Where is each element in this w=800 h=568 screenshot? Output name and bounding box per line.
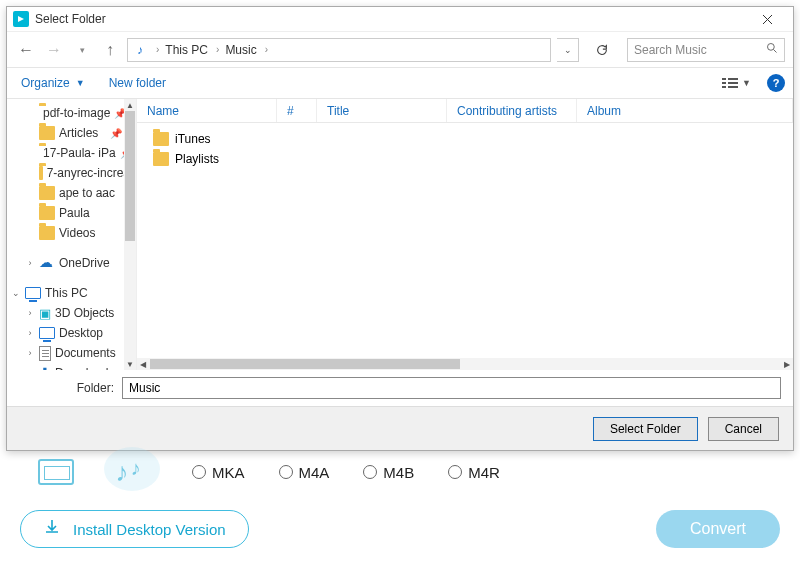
audio-tab-icon[interactable]: ♪♪ <box>92 457 164 488</box>
folder-row: Folder: <box>7 370 793 406</box>
document-icon <box>39 346 51 361</box>
app-icon <box>13 11 29 27</box>
nav-row: ← → ▾ ↑ ♪ › This PC › Music › ⌄ Search M… <box>7 31 793 67</box>
svg-rect-5 <box>722 86 726 88</box>
file-pane: Name # Title Contributing artists Album … <box>137 99 793 370</box>
select-folder-button[interactable]: Select Folder <box>593 417 698 441</box>
tree-item[interactable]: 7-anyrec-increas <box>7 163 136 183</box>
tree-item-downloads[interactable]: ›⬇Downloads <box>7 363 136 370</box>
scrollbar-thumb[interactable] <box>150 359 460 369</box>
svg-rect-6 <box>728 86 738 88</box>
svg-rect-3 <box>722 82 726 84</box>
chevron-right-icon: › <box>150 44 163 55</box>
bottom-bar: Install Desktop Version Convert <box>20 508 780 550</box>
tree-item[interactable]: ape to aac <box>7 183 136 203</box>
file-list: iTunesPlaylists <box>137 123 793 175</box>
titlebar: Select Folder <box>7 7 793 31</box>
view-options-button[interactable]: ▼ <box>716 73 757 93</box>
collapse-icon[interactable]: ⌄ <box>11 288 21 298</box>
3d-icon: ▣ <box>39 306 51 321</box>
format-option-m4b[interactable]: M4B <box>363 464 414 481</box>
video-tab-icon[interactable] <box>20 459 92 485</box>
col-name[interactable]: Name <box>137 99 277 122</box>
col-title[interactable]: Title <box>317 99 447 122</box>
expand-icon[interactable]: › <box>25 258 35 268</box>
chevron-down-icon: ▼ <box>742 78 751 88</box>
tree-item[interactable]: pdf-to-image📌 <box>7 103 136 123</box>
format-option-mka[interactable]: MKA <box>192 464 245 481</box>
button-row: Select Folder Cancel <box>7 406 793 450</box>
svg-rect-2 <box>728 78 738 80</box>
tree-item[interactable]: Videos <box>7 223 136 243</box>
scroll-left-icon[interactable]: ◀ <box>137 360 149 369</box>
svg-point-0 <box>768 44 775 51</box>
expand-icon[interactable]: › <box>25 308 35 318</box>
expand-icon[interactable]: › <box>25 348 35 358</box>
folder-icon <box>153 132 169 146</box>
close-icon[interactable] <box>747 7 787 31</box>
search-icon <box>766 42 778 57</box>
up-button[interactable]: ↑ <box>99 39 121 61</box>
horizontal-scrollbar[interactable]: ◀ ▶ <box>137 358 793 370</box>
chevron-right-icon: › <box>259 44 272 55</box>
tree-item-documents[interactable]: ›Documents <box>7 343 136 363</box>
help-button[interactable]: ? <box>767 74 785 92</box>
tree-item[interactable]: Paula <box>7 203 136 223</box>
convert-button[interactable]: Convert <box>656 510 780 548</box>
toolbar: Organize ▼ New folder ▼ ? <box>7 67 793 99</box>
address-dropdown[interactable]: ⌄ <box>557 38 579 62</box>
col-artist[interactable]: Contributing artists <box>447 99 577 122</box>
breadcrumb-thispc[interactable]: This PC <box>165 43 208 57</box>
chevron-down-icon: ▼ <box>76 78 85 88</box>
forward-button[interactable]: → <box>43 39 65 61</box>
breadcrumb-music[interactable]: Music <box>225 43 256 57</box>
install-label: Install Desktop Version <box>73 521 226 538</box>
download-icon <box>43 518 61 541</box>
folder-icon <box>39 186 55 200</box>
tree-onedrive[interactable]: ›☁OneDrive <box>7 253 136 273</box>
format-option-m4r[interactable]: M4R <box>448 464 500 481</box>
dialog-body: pdf-to-image📌Articles📌17-Paula- iPa📌7-an… <box>7 99 793 370</box>
organize-button[interactable]: Organize ▼ <box>15 72 91 94</box>
back-button[interactable]: ← <box>15 39 37 61</box>
scroll-down-icon[interactable]: ▼ <box>124 358 136 370</box>
tree-item[interactable]: Articles📌 <box>7 123 136 143</box>
desktop-icon <box>39 327 55 339</box>
music-icon: ♪ <box>132 42 148 58</box>
refresh-button[interactable] <box>589 38 615 62</box>
scrollbar-thumb[interactable] <box>125 111 135 241</box>
tree-item[interactable]: 17-Paula- iPa📌 <box>7 143 136 163</box>
search-placeholder: Search Music <box>634 43 707 57</box>
address-bar[interactable]: ♪ › This PC › Music › <box>127 38 551 62</box>
folder-input[interactable] <box>122 377 781 399</box>
tree-scrollbar[interactable]: ▲ ▼ <box>124 99 136 370</box>
col-album[interactable]: Album <box>577 99 793 122</box>
new-folder-button[interactable]: New folder <box>101 72 174 94</box>
download-icon: ⬇ <box>39 365 51 370</box>
file-row[interactable]: Playlists <box>137 149 793 169</box>
format-option-m4a[interactable]: M4A <box>279 464 330 481</box>
scroll-up-icon[interactable]: ▲ <box>124 99 136 111</box>
radio-icon <box>448 465 462 479</box>
cloud-icon: ☁ <box>39 255 55 271</box>
folder-icon <box>39 166 43 180</box>
tree-item-3d-objects[interactable]: ›▣3D Objects <box>7 303 136 323</box>
file-row[interactable]: iTunes <box>137 129 793 149</box>
expand-icon[interactable]: › <box>25 368 35 370</box>
tree-item-desktop[interactable]: ›Desktop <box>7 323 136 343</box>
radio-icon <box>363 465 377 479</box>
recent-dropdown[interactable]: ▾ <box>71 39 93 61</box>
expand-icon[interactable]: › <box>25 328 35 338</box>
cancel-button[interactable]: Cancel <box>708 417 779 441</box>
folder-icon <box>39 206 55 220</box>
radio-icon <box>192 465 206 479</box>
radio-icon <box>279 465 293 479</box>
svg-rect-4 <box>728 82 738 84</box>
search-input[interactable]: Search Music <box>627 38 785 62</box>
scroll-right-icon[interactable]: ▶ <box>781 360 793 369</box>
install-desktop-button[interactable]: Install Desktop Version <box>20 510 249 548</box>
tree-thispc[interactable]: ⌄This PC <box>7 283 136 303</box>
col-number[interactable]: # <box>277 99 317 122</box>
folder-icon <box>39 226 55 240</box>
format-radios: MKAM4AM4BM4R <box>192 464 500 481</box>
